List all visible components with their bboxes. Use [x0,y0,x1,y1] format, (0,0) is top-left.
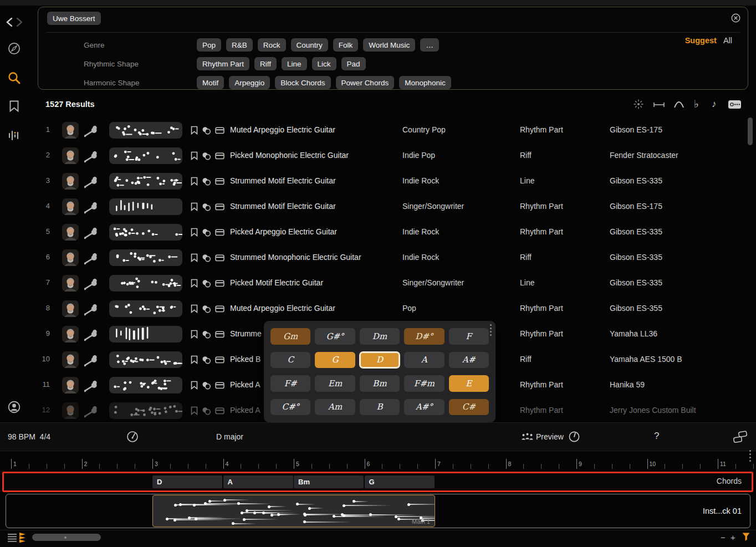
similar-loops-icon[interactable] [202,177,211,186]
loop-name[interactable]: Picked Motif Electric Guitar [230,278,323,287]
bookmark-icon[interactable] [191,151,198,160]
pattern-thumbnail[interactable] [109,122,182,139]
time-signature[interactable]: 4/4 [40,432,50,441]
bookmark-icon[interactable] [191,228,198,237]
track-list-icon[interactable] [7,533,18,542]
card-icon[interactable] [215,305,224,313]
bookmark-icon[interactable] [191,381,198,390]
similar-loops-icon[interactable] [202,381,211,390]
suggest-button[interactable]: Suggest [685,36,717,45]
loop-name[interactable]: Strummed Motif Electric Guitar [230,202,336,211]
card-icon[interactable] [215,254,224,262]
filter-chip[interactable]: Monophonic [399,76,451,89]
card-icon[interactable] [215,152,224,160]
length-icon[interactable] [653,101,665,109]
similar-loops-icon[interactable] [202,330,211,339]
similar-loops-icon[interactable] [202,356,211,364]
chord-block-G[interactable]: G [365,476,435,488]
similar-loops-icon[interactable] [202,279,211,288]
result-row[interactable]: 6Strummed Monophonic Electric GuitarIndi… [0,245,756,270]
filter-chip[interactable]: Pop [197,38,221,52]
chord-cell-E[interactable]: E [449,375,489,392]
chord-cell-Am[interactable]: Am [315,399,355,416]
result-row[interactable]: 4Strummed Motif Electric GuitarSinger/So… [0,194,756,219]
bookmark-icon[interactable] [191,202,198,211]
chord-cell-Gso[interactable]: G#° [315,328,355,345]
chord-cell-A[interactable]: A [404,352,444,369]
card-icon[interactable] [215,280,224,287]
loop-name[interactable]: Strummed Monophonic Electric Guitar [230,253,361,262]
card-icon[interactable] [215,356,224,364]
results-scrollbar[interactable] [748,117,753,145]
filter-chip[interactable]: Riff [254,57,277,70]
pattern-thumbnail[interactable] [109,351,182,368]
chord-cell-Fsm[interactable]: F#m [404,375,444,392]
pattern-thumbnail[interactable] [109,300,182,317]
filter-chip[interactable]: Arpeggio [229,76,270,89]
chord-block-A[interactable]: A [223,476,293,488]
filter-chip[interactable]: Block Chords [275,76,330,89]
filter-chip[interactable]: Rock [258,38,286,52]
search-token[interactable]: Uwe Bossert [47,12,101,25]
history-back-icon[interactable] [4,17,14,28]
chord-cell-Cs[interactable]: C# [449,399,489,416]
loop-name[interactable]: Picked Arpeggio Electric Guitar [230,227,337,236]
filter-chip[interactable]: Rhythm Part [197,57,249,70]
metronome-icon[interactable] [126,431,139,443]
filter-chip[interactable]: Folk [333,38,359,52]
chord-cell-G[interactable]: G [315,352,355,369]
card-icon[interactable] [215,382,224,389]
chord-block-Bm[interactable]: Bm [294,476,364,488]
card-icon[interactable] [215,331,224,338]
pattern-thumbnail[interactable] [109,224,182,241]
horizontal-scrollbar[interactable] [32,534,101,541]
similar-loops-icon[interactable] [202,228,211,237]
loop-name[interactable]: Picked A [230,406,260,415]
tempo-display[interactable]: 98 BPM 4/4 [8,432,50,441]
pattern-thumbnail[interactable] [109,402,182,419]
bookmark-icon[interactable] [191,304,198,313]
bookmark-icon[interactable] [191,355,198,364]
pattern-thumbnail[interactable] [109,326,182,342]
chord-cell-Aso[interactable]: A#° [404,399,444,416]
pattern-thumbnail[interactable] [109,275,182,292]
filter-chip[interactable]: World Music [363,38,415,52]
chord-cell-Cso[interactable]: C#° [270,399,310,416]
result-row[interactable]: 8Muted Arpeggio Electric GuitarPopRhythm… [0,296,756,321]
filter-chip[interactable]: R&B [226,38,253,52]
history-forward-icon[interactable] [14,17,24,28]
loop-name[interactable]: Strumme [230,329,262,338]
filter-chip[interactable]: Pad [341,57,366,70]
panels-icon[interactable] [733,431,748,444]
chord-cell-Dm[interactable]: Dm [360,328,400,345]
filter-chip[interactable]: … [420,38,439,52]
chord-block-D[interactable]: D [152,476,222,488]
zoom-fit-icon[interactable] [742,532,751,542]
bookmark-icon[interactable] [191,330,198,339]
bookmark-icon[interactable] [191,406,198,415]
result-row[interactable]: 7Picked Motif Electric GuitarSinger/Song… [0,270,756,296]
chord-cell-D[interactable]: D [360,352,400,369]
chord-cell-F[interactable]: F [449,328,489,345]
filter-chip[interactable]: Motif [197,76,224,89]
browse-compass-icon[interactable] [7,42,21,55]
catch-playhead-icon[interactable] [19,532,28,543]
chord-cell-Gm[interactable]: Gm [270,328,310,345]
filter-chip[interactable]: Country [291,38,328,52]
filter-chip[interactable]: Power Chords [336,76,395,89]
bookmark-icon[interactable] [191,126,198,135]
envelope-icon[interactable] [673,99,685,109]
chord-cell-As[interactable]: A# [449,352,489,369]
filter-chip[interactable]: Line [282,57,307,70]
zoom-in-button[interactable]: + [731,533,735,542]
loop-name[interactable]: Picked B [230,355,260,364]
chord-cell-Em[interactable]: Em [315,375,355,392]
bookmark-icon[interactable] [191,279,198,288]
similar-loops-icon[interactable] [202,152,211,160]
similar-loops-icon[interactable] [202,254,211,262]
popup-drag-handle[interactable] [490,324,492,338]
card-icon[interactable] [215,229,224,236]
chord-cell-Fs[interactable]: F# [270,375,310,392]
pattern-settings-icon[interactable] [728,100,742,109]
all-button[interactable]: All [723,36,732,45]
